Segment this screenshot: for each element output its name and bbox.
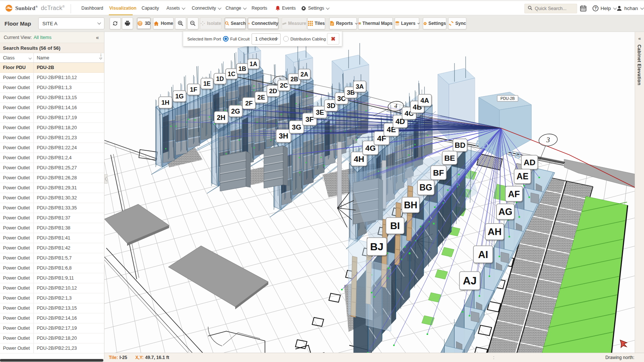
svg-text:2D: 2D [269, 88, 277, 95]
svg-text:BE: BE [444, 154, 455, 162]
svg-text:4A: 4A [420, 97, 429, 104]
svg-text:4: 4 [394, 102, 398, 110]
svg-text:2H: 2H [217, 114, 225, 121]
svg-text:2E: 2E [258, 94, 265, 101]
svg-text:PDU-2B: PDU-2B [501, 96, 515, 101]
svg-text:2B: 2B [291, 76, 298, 82]
svg-text:3: 3 [546, 136, 550, 144]
svg-text:1C: 1C [228, 71, 236, 77]
svg-text:3A: 3A [356, 83, 364, 90]
svg-text:?: ? [594, 6, 596, 10]
svg-text:1H: 1H [161, 99, 169, 106]
svg-text:2A: 2A [301, 71, 308, 78]
svg-text:1E: 1E [203, 81, 211, 87]
svg-text:BF: BF [433, 168, 444, 177]
svg-text:BI: BI [390, 220, 400, 231]
svg-text:1G: 1G [175, 93, 184, 100]
svg-text:1F: 1F [190, 86, 197, 93]
svg-text:4H: 4H [354, 154, 364, 164]
svg-text:4G: 4G [365, 144, 376, 152]
svg-text:AD: AD [524, 158, 535, 167]
svg-text:BG: BG [420, 183, 433, 192]
svg-text:2C: 2C [280, 82, 288, 89]
svg-text:3H: 3H [279, 132, 288, 140]
svg-text:2G: 2G [231, 108, 240, 115]
svg-text:3E: 3E [316, 109, 324, 116]
svg-text:AE: AE [517, 172, 528, 181]
svg-text:3F: 3F [305, 115, 314, 123]
svg-text:1A: 1A [250, 61, 258, 67]
svg-text:2F: 2F [245, 100, 253, 107]
svg-text:BD: BD [455, 141, 466, 149]
svg-text:AH: AH [488, 226, 502, 237]
svg-text:1D: 1D [216, 76, 224, 82]
svg-text:3D: 3D [327, 102, 335, 110]
svg-text:BH: BH [404, 200, 417, 210]
svg-text:AG: AG [498, 206, 512, 217]
svg-text:3G: 3G [292, 123, 301, 131]
svg-text:AI: AI [478, 249, 488, 260]
svg-text:AF: AF [508, 189, 520, 199]
svg-text:BJ: BJ [370, 241, 384, 252]
svg-text:1B: 1B [239, 66, 246, 72]
svg-text:AJ: AJ [463, 275, 476, 287]
